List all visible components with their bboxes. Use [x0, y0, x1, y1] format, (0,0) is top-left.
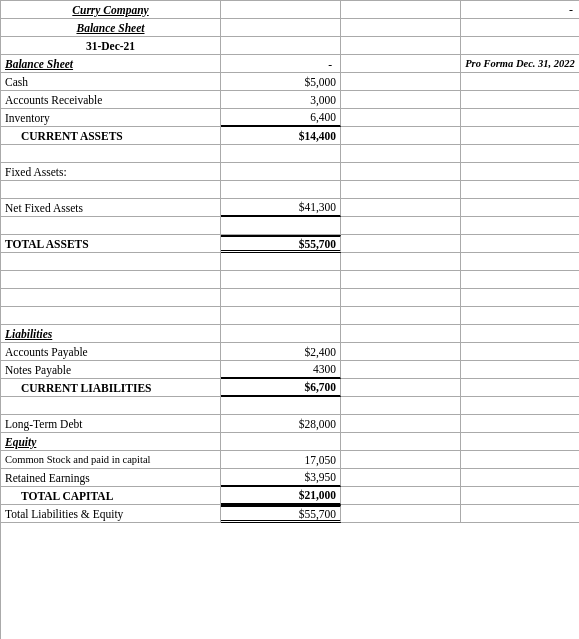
label-liabilities-section: Liabilities [1, 325, 221, 343]
cell-empty [461, 415, 579, 433]
label-current-assets: CURRENT ASSETS [1, 127, 221, 145]
cell-empty [461, 253, 579, 271]
value-retained-earnings: $3,950 [221, 469, 341, 487]
value-inventory: 6,400 [221, 109, 341, 127]
value-current-assets: $14,400 [221, 127, 341, 145]
cell-empty [221, 181, 341, 199]
cell-empty [461, 361, 579, 379]
cell-empty [341, 55, 461, 73]
value-total-liabilities-equity: $55,700 [221, 505, 341, 523]
cell-empty [1, 271, 221, 289]
cell-empty [221, 271, 341, 289]
cell-empty [461, 109, 579, 127]
cell-empty: - [461, 1, 579, 19]
report-date: 31-Dec-21 [1, 37, 221, 55]
cell-empty [461, 73, 579, 91]
cell-empty [461, 217, 579, 235]
value-long-term-debt: $28,000 [221, 415, 341, 433]
col-header-pro-forma: Pro Forma Dec. 31, 2022 [461, 55, 579, 73]
cell-empty [221, 19, 341, 37]
cell-empty [341, 145, 461, 163]
cell-empty [341, 397, 461, 415]
cell-empty [341, 235, 461, 253]
col-header-dash: - [221, 55, 341, 73]
cell-empty [461, 271, 579, 289]
cell-empty [461, 325, 579, 343]
cell-empty [461, 289, 579, 307]
cell-empty [1, 397, 221, 415]
cell-empty [341, 1, 461, 19]
cell-empty [461, 451, 579, 469]
label-equity-section: Equity [1, 433, 221, 451]
cell-empty [341, 343, 461, 361]
cell-empty [221, 289, 341, 307]
label-total-assets: TOTAL ASSETS [1, 235, 221, 253]
cell-empty [221, 253, 341, 271]
cell-empty [341, 505, 461, 523]
value-accounts-receivable: 3,000 [221, 91, 341, 109]
cell-empty [461, 235, 579, 253]
spreadsheet: Curry Company - Balance Sheet 31-Dec-21 … [0, 0, 579, 639]
label-inventory: Inventory [1, 109, 221, 127]
cell-empty [1, 217, 221, 235]
cell-empty [461, 37, 579, 55]
cell-empty [221, 307, 341, 325]
cell-empty [341, 307, 461, 325]
label-notes-payable: Notes Payable [1, 361, 221, 379]
value-total-capital: $21,000 [221, 487, 341, 505]
cell-empty [341, 91, 461, 109]
cell-empty [461, 379, 579, 397]
cell-empty [341, 181, 461, 199]
label-long-term-debt: Long-Term Debt [1, 415, 221, 433]
cell-empty [461, 19, 579, 37]
cell-empty [221, 217, 341, 235]
cell-empty [341, 451, 461, 469]
cell-empty [221, 433, 341, 451]
label-common-stock: Common Stock and paid in capital [1, 451, 221, 469]
cell-empty [461, 469, 579, 487]
company-name: Curry Company [1, 1, 221, 19]
cell-empty [341, 289, 461, 307]
cell-empty [341, 109, 461, 127]
cell-empty [341, 271, 461, 289]
cell-empty [221, 1, 341, 19]
value-notes-payable: 4300 [221, 361, 341, 379]
cell-empty [221, 163, 341, 181]
cell-empty [341, 379, 461, 397]
col-header-balance-sheet: Balance Sheet [1, 55, 221, 73]
cell-empty [341, 325, 461, 343]
cell-empty [341, 163, 461, 181]
report-title: Balance Sheet [1, 19, 221, 37]
cell-empty [341, 487, 461, 505]
cell-empty [1, 253, 221, 271]
cell-empty [461, 145, 579, 163]
cell-empty [221, 325, 341, 343]
cell-empty [341, 73, 461, 91]
value-current-liabilities: $6,700 [221, 379, 341, 397]
cell-empty [1, 145, 221, 163]
cell-empty [461, 163, 579, 181]
value-common-stock: 17,050 [221, 451, 341, 469]
cell-empty [461, 91, 579, 109]
cell-empty [341, 469, 461, 487]
cell-empty [341, 199, 461, 217]
cell-empty [461, 199, 579, 217]
label-cash: Cash [1, 73, 221, 91]
cell-empty [461, 343, 579, 361]
cell-empty [1, 307, 221, 325]
value-cash: $5,000 [221, 73, 341, 91]
value-total-assets: $55,700 [221, 235, 341, 253]
cell-empty [461, 181, 579, 199]
cell-empty [341, 19, 461, 37]
cell-empty [221, 145, 341, 163]
cell-empty [341, 415, 461, 433]
cell-empty [221, 397, 341, 415]
cell-empty [461, 127, 579, 145]
cell-empty [461, 433, 579, 451]
cell-empty [341, 217, 461, 235]
label-retained-earnings: Retained Earnings [1, 469, 221, 487]
label-total-liabilities-equity: Total Liabilities & Equity [1, 505, 221, 523]
cell-empty [461, 307, 579, 325]
cell-empty [221, 37, 341, 55]
cell-empty [1, 181, 221, 199]
